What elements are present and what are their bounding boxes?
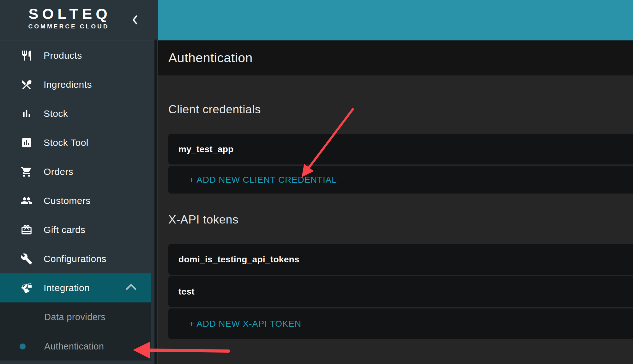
sidebar-nav: Products Ingredients Stock [0,41,158,302]
xapi-token-row[interactable]: test [168,276,633,307]
xapi-token-name: domi_is_testing_api_tokens [178,254,299,265]
utensils-icon [20,78,33,91]
add-xapi-token-button[interactable]: + ADD NEW X-API TOKEN [168,308,633,339]
client-credential-row[interactable]: my_test_app [168,134,633,164]
client-credential-name: my_test_app [178,144,234,154]
sidebar: SOLTEQ COMMERCE CLOUD Products [0,0,158,364]
cart-icon [20,165,33,178]
sidebar-item-label: Orders [44,166,73,177]
top-app-bar [158,0,633,40]
people-icon [20,194,33,207]
chevron-up-icon [126,283,136,292]
active-dot-icon [20,343,26,349]
sidebar-item-label: Products [44,50,82,61]
sidebar-item-label: Customers [44,195,91,206]
globe-lock-icon [20,282,33,294]
restaurant-icon [20,49,33,62]
integration-submenu: Data providers Authentication [0,302,151,361]
sidebar-item-label: Stock [44,108,68,119]
brand-name: SOLTEQ [0,6,136,22]
xapi-token-row[interactable]: domi_is_testing_api_tokens [168,244,633,275]
brand-subtitle: COMMERCE CLOUD [0,23,136,30]
app-window: SOLTEQ COMMERCE CLOUD Products [0,0,633,364]
sidebar-item-stock-tool[interactable]: Stock Tool [0,128,158,157]
sidebar-item-label: Integration [44,283,90,293]
submenu-item-label: Data providers [44,312,106,322]
section-heading-client-credentials: Client credentials [168,103,261,116]
submenu-item-label: Authentication [44,341,104,352]
sidebar-item-gift-cards[interactable]: Gift cards [0,215,158,244]
gift-icon [20,224,33,236]
add-client-credential-label: + ADD NEW CLIENT CREDENTIAL [189,175,337,185]
brand-logo: SOLTEQ COMMERCE CLOUD [0,6,136,30]
stock-tool-icon [20,136,33,149]
sidebar-item-orders[interactable]: Orders [0,157,158,186]
submenu-item-data-providers[interactable]: Data providers [0,302,151,332]
sidebar-collapse-button[interactable] [130,15,140,26]
sidebar-item-integration[interactable]: Integration [0,273,151,302]
sidebar-scrollbar[interactable] [154,39,157,364]
sidebar-item-label: Configurations [44,254,106,264]
page-title-bar: Authentication [158,40,633,75]
wrench-icon [20,253,33,265]
main-content: Authentication Client credentials my_tes… [158,0,633,364]
add-client-credential-button[interactable]: + ADD NEW CLIENT CREDENTIAL [168,166,633,194]
sidebar-item-configurations[interactable]: Configurations [0,244,158,273]
sidebar-logo-header: SOLTEQ COMMERCE CLOUD [0,0,158,40]
xapi-token-name: test [178,287,195,297]
page-title: Authentication [168,51,253,65]
sidebar-item-customers[interactable]: Customers [0,186,158,215]
bar-chart-icon [20,107,33,120]
sidebar-item-products[interactable]: Products [0,41,158,70]
chevron-left-icon [131,15,138,26]
sidebar-item-label: Gift cards [44,224,85,235]
section-heading-xapi-tokens: X-API tokens [168,213,238,226]
sidebar-item-stock[interactable]: Stock [0,99,158,128]
sidebar-item-ingredients[interactable]: Ingredients [0,70,158,99]
submenu-item-authentication[interactable]: Authentication [0,332,151,361]
sidebar-item-label: Ingredients [44,79,92,90]
add-xapi-token-label: + ADD NEW X-API TOKEN [189,319,301,329]
sidebar-item-label: Stock Tool [44,137,88,148]
